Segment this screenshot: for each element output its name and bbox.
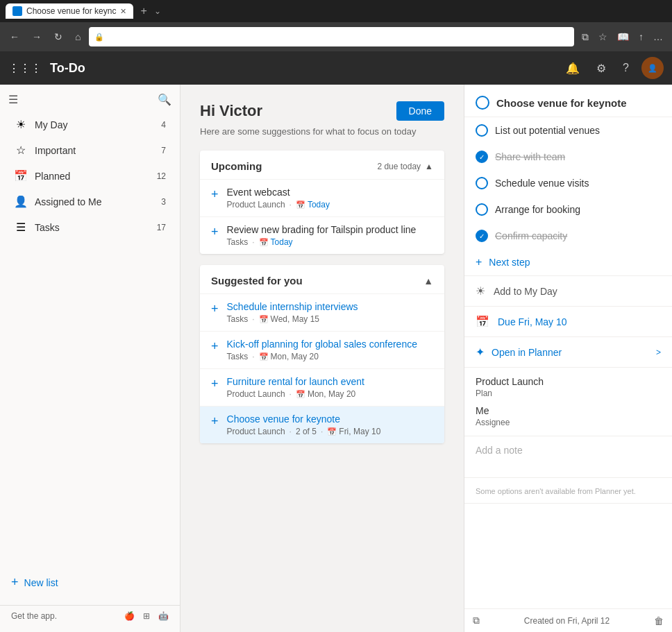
main-layout: ☰ 🔍 ☀ My Day 4 ☆ Important 7 📅 Planned 1… xyxy=(0,85,672,632)
calendar-icon: 📅 xyxy=(296,200,305,210)
checklist-circle-confirm-capacity[interactable]: ✓ xyxy=(476,230,488,242)
help-icon[interactable]: ? xyxy=(619,59,633,77)
planned-icon: 📅 xyxy=(14,169,28,182)
task-due-choose-venue: 📅 Fri, May 10 xyxy=(327,427,380,436)
sidebar: ☰ 🔍 ☀ My Day 4 ☆ Important 7 📅 Planned 1… xyxy=(0,85,180,632)
checklist-circle-share-team[interactable]: ✓ xyxy=(476,151,488,163)
checkmark-icon: ✓ xyxy=(479,153,485,161)
favorites-button[interactable]: ☆ xyxy=(595,28,611,46)
task-source-kickoff-planning: Tasks xyxy=(227,352,249,361)
checklist-item-confirm-capacity[interactable]: ✓ Confirm capacity xyxy=(464,223,672,249)
task-add-icon: + xyxy=(211,225,219,239)
checklist-item-share-team[interactable]: ✓ Share with team xyxy=(464,144,672,170)
suggested-collapse-icon[interactable]: ▲ xyxy=(423,275,433,287)
delete-icon[interactable]: 🗑 xyxy=(654,615,664,626)
browser-tab[interactable]: Choose venue for keync ✕ xyxy=(6,3,133,19)
upcoming-card-header: Upcoming 2 due today ▲ xyxy=(200,151,444,179)
new-tab-button[interactable]: + xyxy=(137,5,149,17)
suggested-card: Suggested for you ▲ + Schedule internshi… xyxy=(200,265,444,443)
address-bar[interactable]: 🔒 xyxy=(89,27,574,46)
expand-icon[interactable]: ⧉ xyxy=(473,615,480,626)
upcoming-due-count: 2 due today xyxy=(377,162,421,171)
windows-icon[interactable]: ⊞ xyxy=(143,611,150,621)
task-meta-furniture-rental: Product Launch · 📅 Mon, May 20 xyxy=(227,389,433,399)
apple-icon[interactable]: 🍎 xyxy=(124,611,135,621)
task-info-kickoff-planning: Kick-off planning for global sales confe… xyxy=(227,339,433,361)
bell-icon[interactable]: 🔔 xyxy=(562,59,584,78)
share-button[interactable]: ↑ xyxy=(635,28,647,46)
suggested-title: Suggested for you xyxy=(211,275,303,287)
task-item-choose-venue[interactable]: + Choose venue for keynote Product Launc… xyxy=(200,406,444,443)
planner-context-section: Product Launch Plan Me Assignee xyxy=(464,368,672,436)
refresh-button[interactable]: ↻ xyxy=(50,28,67,45)
task-add-icon-5: + xyxy=(211,377,219,391)
task-item-schedule-internship[interactable]: + Schedule internship interviews Tasks ·… xyxy=(200,293,444,331)
task-add-icon-3: + xyxy=(211,302,219,316)
reading-list-button[interactable]: 📖 xyxy=(614,28,632,46)
task-item-review-branding[interactable]: + Review new brading for Tailspin produc… xyxy=(200,216,444,254)
get-app-label[interactable]: Get the app. xyxy=(11,611,57,621)
checklist-item-arrange-booking[interactable]: Arrange for booking xyxy=(464,196,672,223)
calendar-due-icon: 📅 xyxy=(476,315,489,328)
settings-icon[interactable]: ⚙ xyxy=(592,59,610,78)
app-grid-icon[interactable]: ⋮⋮⋮ xyxy=(8,62,42,75)
more-button[interactable]: … xyxy=(650,28,666,46)
sidebar-item-planned[interactable]: 📅 Planned 12 xyxy=(3,164,177,188)
task-info-choose-venue: Choose venue for keynote Product Launch … xyxy=(227,413,433,436)
android-icon[interactable]: 🤖 xyxy=(158,611,169,621)
add-next-step-button[interactable]: + Next step xyxy=(464,249,672,275)
panel-task-title: Choose venue for keynote xyxy=(496,97,627,109)
calendar-icon-5: 📅 xyxy=(296,390,305,399)
checklist-label-share-team: Share with team xyxy=(495,151,565,162)
note-area[interactable]: Add a note xyxy=(464,436,672,478)
checklist-label-confirm-capacity: Confirm capacity xyxy=(495,230,567,241)
new-list-button[interactable]: + New list xyxy=(11,571,169,594)
task-item-kickoff-planning[interactable]: + Kick-off planning for global sales con… xyxy=(200,331,444,368)
sidebar-count-my-day: 4 xyxy=(161,120,166,130)
task-item-furniture-rental[interactable]: + Furniture rental for launch event Prod… xyxy=(200,368,444,406)
checklist-item-schedule-visits[interactable]: Schedule venue visits xyxy=(464,170,672,196)
sidebar-count-tasks: 17 xyxy=(157,223,166,232)
calendar-icon-6: 📅 xyxy=(327,427,337,436)
main-content: Hi Victor Done Here are some suggestions… xyxy=(180,85,464,632)
task-meta-review-branding: Tasks · 📅 Today xyxy=(227,237,433,247)
home-button[interactable]: ⌂ xyxy=(71,28,85,45)
sidebar-count-planned: 12 xyxy=(157,171,166,181)
assigned-to-me-icon: 👤 xyxy=(14,195,28,208)
tasks-icon: ☰ xyxy=(14,221,28,234)
main-header: Hi Victor Done xyxy=(200,101,444,121)
upcoming-collapse-icon[interactable]: ▲ xyxy=(425,162,433,171)
avatar[interactable]: 👤 xyxy=(641,57,664,79)
add-to-my-day-label: Add to My Day xyxy=(494,286,557,297)
add-to-my-day-row[interactable]: ☀ Add to My Day xyxy=(464,276,672,307)
due-date-row[interactable]: 📅 Due Fri, May 10 xyxy=(464,307,672,337)
assignee-label: Assignee xyxy=(476,418,661,427)
task-source-schedule-internship: Tasks xyxy=(227,314,249,324)
add-step-plus-icon: + xyxy=(476,256,482,268)
sidebar-search-icon[interactable]: 🔍 xyxy=(158,93,171,106)
tab-close-button[interactable]: ✕ xyxy=(120,7,126,16)
sidebar-item-my-day[interactable]: ☀ My Day 4 xyxy=(3,112,177,137)
sidebar-item-tasks[interactable]: ☰ Tasks 17 xyxy=(3,215,177,239)
forward-button[interactable]: → xyxy=(28,28,46,45)
sidebar-label-assigned-to-me: Assigned to Me xyxy=(35,196,154,207)
checklist-circle-arrange-booking[interactable] xyxy=(476,203,488,216)
browser-controls: ← → ↻ ⌂ 🔒 ⧉ ☆ 📖 ↑ … xyxy=(0,22,672,51)
split-view-button[interactable]: ⧉ xyxy=(578,28,592,46)
task-item-event-webcast[interactable]: + Event webcast Product Launch · 📅 Today xyxy=(200,179,444,216)
back-button[interactable]: ← xyxy=(6,28,24,45)
checklist-circle-schedule-visits[interactable] xyxy=(476,177,488,189)
checklist-circle-list-venues[interactable] xyxy=(476,124,488,137)
sidebar-item-assigned-to-me[interactable]: 👤 Assigned to Me 3 xyxy=(3,189,177,214)
open-planner-row[interactable]: ✦ Open in Planner > xyxy=(464,337,672,368)
checklist-item-list-venues[interactable]: List out potential venues xyxy=(464,117,672,144)
sidebar-item-important[interactable]: ☆ Important 7 xyxy=(3,138,177,162)
panel-task-circle[interactable] xyxy=(476,96,489,110)
sidebar-bottom-icons: 🍎 ⊞ 🤖 xyxy=(124,611,169,621)
sidebar-hamburger-icon[interactable]: ☰ xyxy=(8,93,18,106)
suggested-card-header: Suggested for you ▲ xyxy=(200,265,444,293)
assignee-value: Me xyxy=(476,405,661,416)
avatar-initials: 👤 xyxy=(648,64,657,73)
tab-arrow-button[interactable]: ⌄ xyxy=(154,6,161,16)
done-button[interactable]: Done xyxy=(396,101,444,121)
